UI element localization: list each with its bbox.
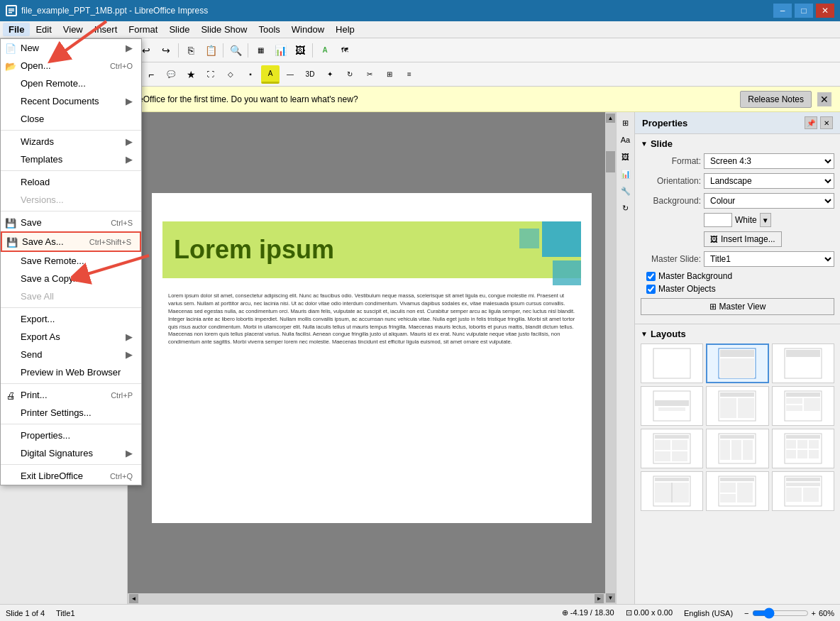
zoom-slider[interactable] bbox=[752, 608, 809, 619]
flowchart-btn[interactable]: ◇ bbox=[221, 65, 240, 84]
zoom-controls[interactable]: − + 60% bbox=[744, 608, 834, 619]
copy-btn[interactable]: ⎘ bbox=[182, 41, 200, 60]
orientation-select[interactable]: Landscape bbox=[704, 173, 834, 189]
menu-help[interactable]: Help bbox=[330, 23, 360, 36]
paste-btn[interactable]: 📋 bbox=[201, 41, 220, 60]
menu-item-preview-web[interactable]: Preview in Web Browser bbox=[1, 363, 141, 381]
master-slide-select[interactable]: Title1 bbox=[704, 251, 834, 267]
menu-item-open[interactable]: 📂 Open... Ctrl+O bbox=[1, 57, 141, 75]
menu-item-properties[interactable]: Properties... bbox=[1, 427, 141, 444]
master-objects-checkbox[interactable] bbox=[646, 285, 656, 294]
menu-slideshow[interactable]: Slide Show bbox=[195, 23, 253, 36]
menu-item-wizards[interactable]: Wizards ▶ bbox=[1, 133, 141, 150]
close-button[interactable]: ✕ bbox=[816, 4, 834, 18]
right-icon-4[interactable]: 📊 bbox=[618, 166, 634, 182]
master-background-checkbox[interactable] bbox=[646, 272, 656, 281]
layout-blank[interactable] bbox=[641, 344, 703, 383]
menu-item-reload[interactable]: Reload bbox=[1, 173, 141, 191]
menu-view[interactable]: View bbox=[57, 23, 89, 36]
right-icon-6[interactable]: ↻ bbox=[618, 200, 634, 216]
star-btn[interactable]: ★ bbox=[182, 65, 200, 84]
menu-item-export[interactable]: Export... bbox=[1, 310, 141, 328]
rotate-btn[interactable]: ↻ bbox=[341, 65, 359, 84]
insert-img-btn[interactable]: 🖼 bbox=[291, 41, 309, 60]
vertical-scrollbar[interactable]: ▲ ▼ bbox=[605, 112, 616, 604]
maximize-button[interactable]: □ bbox=[795, 4, 813, 18]
layout-text-2col[interactable] bbox=[641, 471, 703, 511]
crop-btn[interactable]: ✂ bbox=[360, 65, 379, 84]
minimize-button[interactable]: – bbox=[773, 4, 792, 18]
layout-title-content[interactable] bbox=[706, 344, 768, 383]
insert-table-btn[interactable]: ▦ bbox=[251, 41, 270, 60]
callout-btn[interactable]: 💬 bbox=[162, 65, 180, 84]
prop-close-btn[interactable]: ✕ bbox=[820, 116, 833, 129]
redo-btn[interactable]: ↪ bbox=[157, 41, 175, 60]
menu-insert[interactable]: Insert bbox=[89, 23, 123, 36]
align-btn[interactable]: ≡ bbox=[400, 65, 419, 84]
shadow-btn[interactable]: ▪ bbox=[241, 65, 260, 84]
prop-pin-btn[interactable]: 📌 bbox=[805, 116, 817, 129]
release-notes-button[interactable]: Release Notes bbox=[740, 91, 812, 108]
layout-title-only[interactable] bbox=[772, 344, 834, 383]
insert-image-btn[interactable]: 🖼 Insert Image... bbox=[704, 231, 782, 247]
block-btn[interactable]: ⛶ bbox=[201, 65, 220, 84]
menu-item-close[interactable]: Close bbox=[1, 110, 141, 128]
right-icon-3[interactable]: 🖼 bbox=[618, 149, 634, 165]
fontwork-btn[interactable]: A bbox=[316, 41, 334, 60]
menu-item-digital-signatures[interactable]: Digital Signatures ▶ bbox=[1, 444, 141, 462]
slide-canvas[interactable]: Lorem ipsum Lorem ipsum dolor sit amet, … bbox=[152, 193, 592, 523]
menu-file[interactable]: File bbox=[3, 23, 30, 36]
right-icon-1[interactable]: ⊞ bbox=[618, 115, 634, 131]
menu-item-send[interactable]: Send ▶ bbox=[1, 346, 141, 363]
right-icon-5[interactable]: 🔧 bbox=[618, 183, 634, 199]
layout-six-content[interactable] bbox=[772, 429, 834, 468]
layout-title-two-content[interactable] bbox=[772, 471, 834, 511]
menu-item-print[interactable]: 🖨 Print... Ctrl+P bbox=[1, 386, 141, 404]
background-select[interactable]: Colour bbox=[704, 193, 834, 209]
menu-slide[interactable]: Slide bbox=[163, 23, 195, 36]
fill-btn[interactable]: A bbox=[261, 65, 280, 84]
group-btn[interactable]: ⊞ bbox=[380, 65, 399, 84]
format-select[interactable]: Screen 4:3 bbox=[704, 153, 834, 169]
layout-content-two[interactable] bbox=[706, 471, 768, 511]
zoom-out-icon[interactable]: − bbox=[744, 609, 748, 617]
insert-image-row: 🖼 Insert Image... bbox=[641, 231, 834, 247]
insert-chart-btn[interactable]: 📊 bbox=[271, 41, 289, 60]
menu-window[interactable]: Window bbox=[286, 23, 330, 36]
menu-format[interactable]: Format bbox=[123, 23, 163, 36]
right-icon-2[interactable]: Aa bbox=[618, 132, 634, 148]
find-btn[interactable]: 🔍 bbox=[226, 41, 245, 60]
effects-btn[interactable]: ✦ bbox=[321, 65, 339, 84]
menu-item-printer-settings[interactable]: Printer Settings... bbox=[1, 404, 141, 422]
horizontal-scrollbar[interactable]: ◄ ► bbox=[128, 593, 605, 604]
menu-item-recent[interactable]: Recent Documents ▶ bbox=[1, 92, 141, 110]
navigator-btn[interactable]: 🗺 bbox=[336, 41, 354, 60]
zoom-in-icon[interactable]: + bbox=[812, 609, 816, 617]
svg-rect-52 bbox=[786, 483, 820, 486]
menu-item-save-copy[interactable]: Save a Copy... bbox=[1, 270, 141, 287]
menu-tools[interactable]: Tools bbox=[253, 23, 285, 36]
menu-item-save-remote[interactable]: Save Remote... bbox=[1, 252, 141, 270]
menu-item-save-as[interactable]: 💾 Save As... Ctrl+Shift+S bbox=[1, 231, 141, 252]
menu-item-save[interactable]: 💾 Save Ctrl+S bbox=[1, 214, 141, 231]
color-dropdown-btn[interactable]: ▼ bbox=[760, 213, 771, 227]
slide-title-box[interactable]: Lorem ipsum bbox=[162, 221, 581, 278]
layout-two-content[interactable] bbox=[706, 386, 768, 426]
menu-item-new[interactable]: 📄 New ▶ bbox=[1, 39, 141, 57]
menu-item-open-remote[interactable]: Open Remote... bbox=[1, 75, 141, 92]
3d-btn[interactable]: 3D bbox=[301, 65, 319, 84]
layout-two-text[interactable] bbox=[772, 386, 834, 426]
line-color-btn[interactable]: — bbox=[281, 65, 299, 84]
layout-centered-text[interactable] bbox=[641, 386, 703, 426]
menu-item-exit[interactable]: Exit LibreOffice Ctrl+Q bbox=[1, 467, 141, 485]
menu-item-templates[interactable]: Templates ▶ bbox=[1, 150, 141, 168]
layout-three-content[interactable] bbox=[706, 429, 768, 468]
color-swatch[interactable] bbox=[704, 213, 732, 227]
svg-rect-37 bbox=[809, 440, 819, 449]
connector-btn[interactable]: ⌐ bbox=[142, 65, 160, 84]
master-view-btn[interactable]: ⊞ Master View bbox=[641, 298, 834, 315]
menu-item-export-as[interactable]: Export As ▶ bbox=[1, 328, 141, 346]
info-close-button[interactable]: ✕ bbox=[817, 92, 831, 106]
layout-four-content[interactable] bbox=[641, 429, 703, 468]
menu-edit[interactable]: Edit bbox=[30, 23, 57, 36]
